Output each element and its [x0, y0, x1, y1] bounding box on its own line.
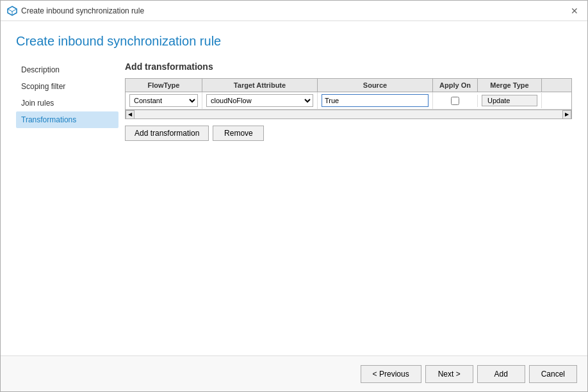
main-layout: Description Scoping filter Join rules Tr… — [16, 61, 572, 355]
table-header: FlowType Target Attribute Source Apply O… — [126, 79, 571, 92]
add-transformation-button[interactable]: Add transformation — [125, 126, 209, 141]
scroll-left-button[interactable]: ◀ — [126, 110, 135, 119]
next-button[interactable]: Next > — [425, 365, 473, 383]
title-bar: Create inbound synchronization rule ✕ — [1, 1, 587, 21]
title-bar-text: Create inbound synchronization rule — [21, 6, 144, 15]
add-button[interactable]: Add — [477, 365, 525, 383]
sidebar-item-scoping[interactable]: Scoping filter — [16, 78, 118, 95]
transformations-panel: Add transformations FlowType Target Attr… — [118, 61, 572, 355]
cell-flowtype[interactable]: Constant Direct Expression — [126, 92, 202, 109]
sidebar: Description Scoping filter Join rules Tr… — [16, 61, 118, 355]
cell-applyonce[interactable] — [433, 95, 478, 107]
flowtype-select[interactable]: Constant Direct Expression — [129, 94, 198, 107]
remove-button[interactable]: Remove — [213, 126, 264, 141]
cancel-button[interactable]: Cancel — [529, 365, 577, 383]
cell-source[interactable] — [318, 92, 433, 109]
content-area: Create inbound synchronization rule Desc… — [1, 21, 587, 355]
footer: < Previous Next > Add Cancel — [1, 355, 587, 391]
page-title: Create inbound synchronization rule — [16, 34, 572, 49]
col-header-source: Source — [318, 79, 433, 92]
scroll-right-button[interactable]: ▶ — [562, 110, 571, 119]
sidebar-item-description[interactable]: Description — [16, 61, 118, 78]
mergetype-button[interactable]: Update — [482, 95, 537, 106]
table-row: Constant Direct Expression cloudNoFlow — [126, 92, 571, 110]
sidebar-item-transformations[interactable]: Transformations — [16, 111, 118, 128]
title-bar-left: Create inbound synchronization rule — [7, 6, 144, 16]
col-header-flowtype: FlowType — [126, 79, 202, 92]
target-attribute-select[interactable]: cloudNoFlow — [206, 94, 313, 107]
app-icon — [7, 6, 17, 16]
col-header-applyonce: Apply On — [433, 79, 478, 92]
section-title: Add transformations — [125, 61, 572, 72]
sidebar-item-joinrules[interactable]: Join rules — [16, 95, 118, 111]
action-buttons: Add transformation Remove — [125, 126, 572, 141]
cell-mergetype[interactable]: Update — [478, 93, 542, 108]
horizontal-scrollbar: ◀ ▶ — [126, 110, 571, 118]
cell-target[interactable]: cloudNoFlow — [202, 92, 318, 109]
transformations-table: FlowType Target Attribute Source Apply O… — [125, 78, 572, 119]
close-button[interactable]: ✕ — [568, 4, 581, 17]
applyonce-checkbox[interactable] — [451, 97, 459, 105]
previous-button[interactable]: < Previous — [361, 365, 421, 383]
col-header-target: Target Attribute — [202, 79, 318, 92]
source-input[interactable] — [322, 94, 429, 107]
col-header-mergetype: Merge Type — [478, 79, 542, 92]
main-window: Create inbound synchronization rule ✕ Cr… — [0, 0, 588, 392]
